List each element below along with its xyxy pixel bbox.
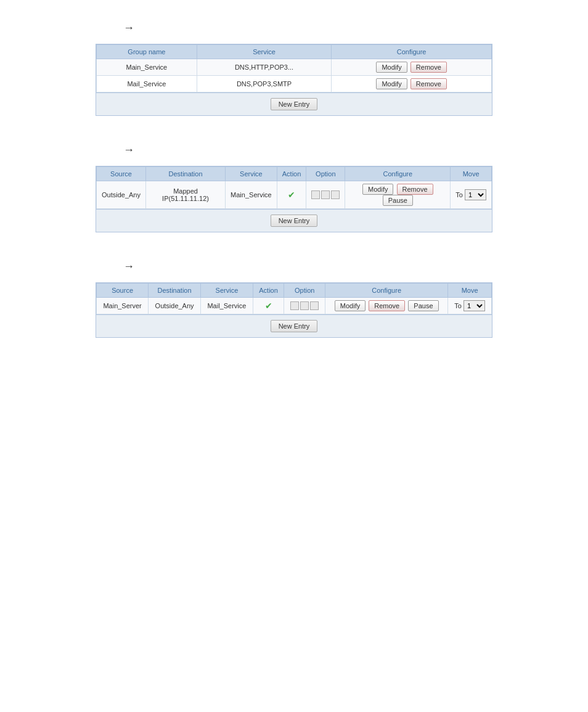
destination-cell: Mapped IP(51.11.11.12): [145, 181, 225, 209]
action-cell: ✔: [253, 298, 284, 314]
modify-button[interactable]: Modify: [362, 184, 393, 195]
service-cell: Mail_Service: [201, 298, 253, 314]
col-source: Source: [97, 284, 149, 298]
source-cell: Main_Server: [97, 298, 149, 314]
new-entry-row-1: New Entry: [96, 92, 492, 115]
col-configure: Configure: [325, 284, 448, 298]
option-boxes: [311, 190, 340, 199]
arrow-row-3: →: [0, 251, 588, 282]
move-label: To: [455, 191, 463, 198]
action-checkmark-icon: ✔: [265, 301, 272, 311]
table-row: Outside_Any Mapped IP(51.11.11.12) Main_…: [97, 181, 492, 209]
firewall-rules-table-1-container: Source Destination Service Action Option…: [96, 166, 492, 232]
group-name-cell: Mail_Service: [97, 76, 197, 92]
col-move: Move: [451, 167, 492, 181]
new-entry-button-3[interactable]: New Entry: [271, 320, 318, 332]
section-3: → Source Destination Service Action Opti…: [0, 251, 588, 338]
col-configure: Configure: [345, 167, 451, 181]
modify-button[interactable]: Modify: [376, 62, 407, 73]
move-cell: To 1 2 3: [448, 298, 492, 314]
option-box-3: [331, 190, 340, 199]
col-move: Move: [448, 284, 492, 298]
col-destination: Destination: [145, 167, 225, 181]
col-service: Service: [197, 45, 331, 59]
col-option: Option: [306, 167, 345, 181]
source-cell: Outside_Any: [97, 181, 146, 209]
new-entry-row-2: New Entry: [96, 209, 492, 232]
service-groups-table: Group name Service Configure Main_Servic…: [96, 44, 492, 92]
service-cell: DNS,HTTP,POP3...: [197, 59, 331, 76]
pause-button[interactable]: Pause: [383, 195, 413, 206]
table-row: Mail_Service DNS,POP3,SMTP Modify Remove: [97, 76, 492, 92]
option-box-1: [311, 190, 320, 199]
service-groups-table-container: Group name Service Configure Main_Servic…: [96, 44, 492, 116]
configure-cell: Modify Remove Pause: [325, 298, 448, 314]
col-action: Action: [277, 167, 306, 181]
col-group-name: Group name: [97, 45, 197, 59]
option-box-3: [310, 301, 319, 310]
option-box-1: [290, 301, 299, 310]
option-boxes: [289, 301, 320, 310]
group-name-cell: Main_Service: [97, 59, 197, 76]
firewall-rules-table-2: Source Destination Service Action Option…: [96, 283, 492, 314]
col-source: Source: [97, 167, 146, 181]
action-checkmark-icon: ✔: [288, 190, 295, 200]
move-select[interactable]: 1 2 3: [465, 189, 486, 200]
remove-button[interactable]: Remove: [410, 78, 447, 89]
arrow-icon-3: →: [123, 260, 134, 273]
pause-button[interactable]: Pause: [408, 300, 438, 311]
move-select[interactable]: 1 2 3: [463, 300, 485, 311]
page-wrapper: → Group name Service Configure Main_Serv…: [0, 0, 588, 369]
col-destination: Destination: [149, 284, 201, 298]
option-cell: [306, 181, 345, 209]
move-label: To: [454, 302, 462, 309]
section-2: → Source Destination Service Action Opti…: [0, 134, 588, 232]
modify-button[interactable]: Modify: [376, 78, 407, 89]
action-cell: ✔: [277, 181, 306, 209]
option-cell: [284, 298, 325, 314]
configure-cell: Modify Remove: [332, 76, 492, 92]
modify-button[interactable]: Modify: [335, 300, 365, 311]
configure-cell: Modify Remove Pause: [345, 181, 451, 209]
new-entry-button-2[interactable]: New Entry: [271, 215, 318, 227]
remove-button[interactable]: Remove: [410, 62, 447, 73]
remove-button[interactable]: Remove: [397, 184, 433, 195]
col-configure: Configure: [332, 45, 492, 59]
col-service: Service: [226, 167, 277, 181]
arrow-icon-1: →: [123, 22, 134, 35]
arrow-row-1: →: [0, 12, 588, 44]
firewall-rules-table-1: Source Destination Service Action Option…: [96, 166, 492, 209]
option-box-2: [321, 190, 330, 199]
col-action: Action: [253, 284, 284, 298]
configure-cell: Modify Remove: [332, 59, 492, 76]
table-row: Main_Service DNS,HTTP,POP3... Modify Rem…: [97, 59, 492, 76]
section-1: → Group name Service Configure Main_Serv…: [0, 12, 588, 116]
option-box-2: [300, 301, 309, 310]
remove-button[interactable]: Remove: [369, 300, 405, 311]
move-cell: To 1 2 3: [451, 181, 492, 209]
table-row: Main_Server Outside_Any Mail_Service ✔: [97, 298, 492, 314]
arrow-row-2: →: [0, 134, 588, 166]
service-cell: Main_Service: [226, 181, 277, 209]
col-service: Service: [201, 284, 253, 298]
destination-cell: Outside_Any: [149, 298, 201, 314]
new-entry-button-1[interactable]: New Entry: [271, 98, 318, 110]
new-entry-row-3: New Entry: [96, 314, 492, 337]
col-option: Option: [284, 284, 325, 298]
firewall-rules-table-2-container: Source Destination Service Action Option…: [96, 282, 492, 338]
arrow-icon-2: →: [123, 144, 134, 157]
service-cell: DNS,POP3,SMTP: [197, 76, 331, 92]
